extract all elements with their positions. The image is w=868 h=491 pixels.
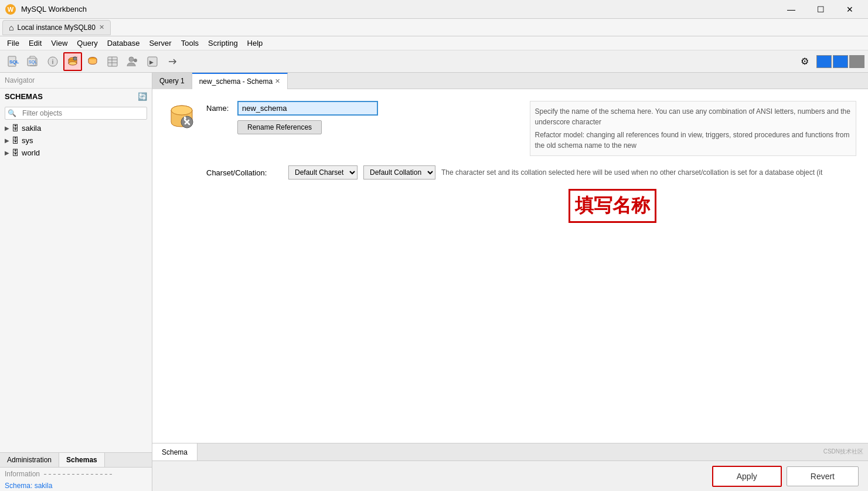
schema-editor: Name: Rename References Specify the name… [152,89,868,191]
footer-bar: Apply Revert [152,460,868,491]
charset-row: Charset/Collation: Default Charset utf8 … [206,165,856,180]
schemas-section: SCHEMAS 🔄 [0,89,152,104]
toolbar: SQL SQL i ▶ ⚙ [0,50,868,73]
svg-point-22 [171,106,192,115]
desc-line2: Refactor model: changing all references … [535,130,852,151]
schema-db-icon: 🗄 [12,148,19,157]
filter-search-icon: 🔍 [5,107,19,119]
schema-description: Specify the name of the schema here. You… [530,101,857,156]
rename-row: Rename References [237,120,523,134]
new-sql-button[interactable]: SQL [4,52,22,71]
schema-link[interactable]: Schema: sakila [0,480,152,491]
bottom-bar: Schema [152,443,868,460]
app-icon: W [5,4,16,15]
instance-tab-close[interactable]: ✕ [99,23,104,31]
toolbar-right: ⚙ [795,52,864,71]
tab-schemas[interactable]: Schemas [59,453,105,467]
database-icon [167,102,196,131]
schema-mgr-button[interactable] [83,52,102,71]
menu-view[interactable]: View [46,38,72,49]
query-tab-1[interactable]: Query 1 [152,73,192,89]
arrow-icon: ▶ [5,137,9,144]
sidebar-info-label: Information [0,468,152,480]
menu-scripting[interactable]: Scripting [203,38,243,49]
content-area: Query 1 new_schema - Schema ✕ 填写名称 [152,73,868,491]
open-sql-button[interactable]: SQL [23,52,42,71]
users-button[interactable] [123,52,142,71]
migration-button[interactable] [163,52,182,71]
bottom-tab-schema[interactable]: Schema [152,443,198,461]
schema-form: Name: Rename References [206,101,523,134]
titlebar: W MySQL Workbench — ☐ ✕ [0,0,868,19]
view-btn-1[interactable] [816,55,832,68]
app-title: MySQL Workbench [21,5,778,13]
arrow-icon: ▶ [5,125,9,131]
info-button[interactable]: i [43,52,62,71]
schema-name: sys [22,136,33,145]
collation-select[interactable]: Default Collation utf8_general_ci [363,165,435,180]
schema-name: world [22,148,40,157]
refresh-icon[interactable]: 🔄 [138,92,147,101]
sidebar-tab-bar: Administration Schemas [0,453,152,468]
schema-tab[interactable]: new_schema - Schema ✕ [192,73,288,89]
tab-administration[interactable]: Administration [0,453,59,467]
query-tabbar: Query 1 new_schema - Schema ✕ [152,73,868,89]
menu-edit[interactable]: Edit [24,38,46,49]
schema-icon-area [164,101,199,131]
desc-line1: Specify the name of the schema here. You… [535,106,852,127]
view-buttons [816,55,864,68]
minimize-button[interactable]: — [778,1,805,18]
svg-text:SQL: SQL [9,59,19,65]
view-btn-2[interactable] [833,55,848,68]
navigator-header: Navigator [0,73,152,89]
schema-item-sakila[interactable]: ▶ 🗄 sakila [0,122,152,134]
arrow-icon: ▶ [5,150,9,156]
name-row: Name: [206,101,523,116]
sidebar-bottom: Administration Schemas Information Schem… [0,452,152,491]
svg-text:i: i [52,58,53,65]
apply-button[interactable]: Apply [712,466,782,487]
schema-tab-label: new_schema - Schema [199,77,273,86]
table-mgr-button[interactable] [103,52,122,71]
schemas-label: SCHEMAS [5,92,43,101]
menu-database[interactable]: Database [103,38,145,49]
menubar: File Edit View Query Database Server Too… [0,36,868,50]
sidebar: Navigator SCHEMAS 🔄 🔍 ▶ 🗄 sakila ▶ 🗄 sys… [0,73,152,491]
svg-point-17 [129,57,134,62]
schema-name-input[interactable] [237,101,378,116]
close-button[interactable]: ✕ [836,1,863,18]
home-icon: ⌂ [9,23,13,32]
annotation-overlay: 填写名称 [569,189,656,223]
revert-button[interactable]: Revert [787,466,859,486]
menu-query[interactable]: Query [72,38,102,49]
svg-point-10 [69,62,77,65]
schema-list: ▶ 🗄 sakila ▶ 🗄 sys ▶ 🗄 world [0,122,152,287]
instance-tab-label: Local instance MySQL80 [17,23,95,32]
query-tab-1-label: Query 1 [159,77,185,85]
svg-point-18 [134,59,137,62]
filter-input[interactable] [19,107,147,119]
menu-server[interactable]: Server [144,38,176,49]
menu-tools[interactable]: Tools [176,38,203,49]
maximize-button[interactable]: ☐ [807,1,834,18]
view-btn-3[interactable] [849,55,864,68]
settings-button[interactable]: ⚙ [795,52,814,71]
instance-tabbar: ⌂ Local instance MySQL80 ✕ [0,19,868,36]
schema-item-sys[interactable]: ▶ 🗄 sys [0,134,152,147]
exec-button[interactable]: ▶ [143,52,162,71]
menu-file[interactable]: File [2,38,24,49]
schema-db-icon: 🗄 [12,136,19,145]
window-controls: — ☐ ✕ [778,1,863,18]
filter-box: 🔍 [5,107,147,120]
schema-item-world[interactable]: ▶ 🗄 world [0,147,152,159]
schema-db-icon: 🗄 [12,124,19,133]
charset-desc: The character set and its collation sele… [441,168,856,177]
charset-select[interactable]: Default Charset utf8 utf8mb4 [288,165,358,180]
schema-tab-close[interactable]: ✕ [275,77,280,85]
instance-tab[interactable]: ⌂ Local instance MySQL80 ✕ [2,20,111,35]
svg-text:SQL: SQL [29,60,37,65]
name-label: Name: [206,104,233,113]
menu-help[interactable]: Help [243,38,268,49]
db-connect-button[interactable] [63,52,82,71]
rename-references-button[interactable]: Rename References [237,120,322,134]
